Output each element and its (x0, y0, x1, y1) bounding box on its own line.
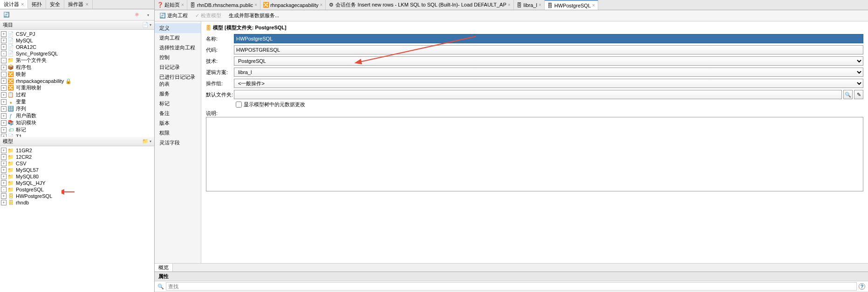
tree-node[interactable]: +ƒ用户函数 (0, 112, 154, 119)
sidenav-item[interactable]: 控制 (155, 53, 201, 62)
tree-toggle-icon[interactable]: + (1, 78, 7, 84)
tech-select[interactable]: PostgreSQL (234, 56, 863, 66)
close-icon[interactable]: × (592, 3, 595, 8)
tree-node[interactable]: +📁MySQL80 (0, 173, 154, 180)
tree-toggle-icon[interactable]: + (1, 180, 7, 186)
left-tab-拓扑[interactable]: 拓扑 (28, 0, 46, 9)
tree-node[interactable]: +🗄rhndb (0, 199, 154, 206)
tree-node[interactable]: +📋过程 (0, 91, 154, 98)
left-tab-操作器[interactable]: 操作器× (64, 0, 92, 9)
close-icon[interactable]: × (254, 2, 257, 7)
close-icon[interactable]: × (85, 1, 88, 7)
tree-node[interactable]: +🏷标记 (0, 126, 154, 133)
tree-toggle-icon[interactable]: + (1, 85, 7, 91)
dropdown-icon[interactable] (144, 11, 151, 19)
tree-toggle-icon[interactable]: + (1, 167, 7, 173)
tree-node[interactable]: +📁12CR2 (0, 154, 154, 160)
tree-node[interactable]: +🔢序列 (0, 105, 154, 112)
tree-node[interactable]: +📁CSV (0, 160, 154, 167)
group-select[interactable]: <一般操作> (234, 79, 863, 88)
left-tab-安全[interactable]: 安全 (46, 0, 64, 9)
tree-node[interactable]: +📦程序包 (0, 64, 154, 71)
reverse-engineer-button[interactable]: 🔄逆向工程 (157, 11, 191, 20)
help-icon[interactable]: ? (859, 283, 865, 290)
project-new-icon[interactable]: 📄 (143, 21, 150, 29)
sidenav-item[interactable]: 备注 (155, 109, 201, 118)
sidenav-item[interactable]: 日记记录 (155, 62, 201, 72)
project-section-header[interactable]: 项目 📄 (0, 20, 154, 30)
search-icon[interactable]: 🔍 (843, 90, 853, 99)
editor-tab[interactable]: 🗄rhnDB.rhnschema.public× (187, 0, 260, 10)
tree-node[interactable]: +📁MySQL_HJY (0, 180, 154, 186)
tree-node[interactable]: -📄Sync_PostgreSQL (0, 50, 154, 57)
tree-toggle-icon[interactable]: + (1, 148, 7, 153)
editor-tab[interactable]: ❓起始页× (155, 0, 187, 10)
tree-node[interactable]: +📚知识模块 (0, 119, 154, 126)
tree-toggle-icon[interactable]: + (1, 200, 7, 205)
tree-node[interactable]: +📁11GR2 (0, 147, 154, 154)
model-section-header[interactable]: 模型 📁 (0, 137, 154, 146)
editor-tab[interactable]: 🔀rhnpackagecapability× (260, 0, 326, 10)
schema-select[interactable]: libra_l (234, 68, 863, 77)
tree-toggle-icon[interactable]: + (1, 154, 7, 160)
tree-node[interactable]: +🔀可重用映射 (0, 84, 154, 91)
editor-tab[interactable]: 🗄libra_l× (514, 0, 545, 10)
left-tab-设计器[interactable]: 设计器× (0, 0, 28, 9)
editor-tab[interactable]: 🗄HWPostgreSQL× (545, 0, 598, 10)
sidenav-item[interactable]: 版本 (155, 118, 201, 128)
tree-toggle-icon[interactable]: + (1, 127, 7, 133)
properties-search-input[interactable] (166, 282, 857, 291)
tree-node[interactable]: +📄ORA12C (0, 44, 154, 50)
tree-toggle-icon[interactable]: + (1, 134, 7, 137)
tree-toggle-icon[interactable]: + (1, 44, 7, 50)
tree-node[interactable]: +📄T1 (0, 133, 154, 137)
connect-icon[interactable]: ⚛ (133, 11, 141, 18)
tree-toggle-icon[interactable]: + (1, 106, 7, 112)
tree-toggle-icon[interactable]: - (1, 187, 7, 192)
tree-node[interactable]: -🔀映射 (0, 71, 154, 78)
desc-textarea[interactable] (206, 117, 863, 191)
tree-node[interactable]: -📁PostgreSQL (0, 186, 154, 193)
tree-node[interactable]: +🗄HWPostgreSQL (0, 193, 154, 199)
sidenav-item[interactable]: 选择性逆向工程 (155, 43, 201, 53)
show-metadata-checkbox[interactable] (236, 102, 242, 108)
sidenav-item[interactable]: 服务 (155, 89, 201, 99)
tree-toggle-icon[interactable]: - (1, 72, 7, 77)
tree-node[interactable]: +📁MySQL57 (0, 167, 154, 173)
sidenav-item[interactable]: 标记 (155, 99, 201, 109)
tree-node[interactable]: +📄CSV_PJ (0, 31, 154, 37)
overview-tab[interactable]: 概览 (155, 264, 173, 272)
tree-toggle-icon[interactable]: - (1, 58, 7, 63)
tree-toggle-icon[interactable]: + (1, 113, 7, 119)
tree-node[interactable]: +⬥变量 (0, 98, 154, 105)
folder-input[interactable] (234, 90, 842, 99)
close-icon[interactable]: × (21, 1, 24, 7)
close-icon[interactable]: × (320, 2, 323, 7)
editor-tab[interactable]: ⚙会话任务 Insert new rows - LKM SQL to SQL (… (326, 0, 513, 10)
name-input[interactable] (234, 34, 863, 43)
tree-node[interactable]: +📄MySQL (0, 37, 154, 44)
tree-toggle-icon[interactable]: + (1, 31, 7, 37)
tree-toggle-icon[interactable]: + (1, 120, 7, 126)
tree-toggle-icon[interactable]: - (1, 51, 7, 56)
tree-toggle-icon[interactable]: + (1, 38, 7, 43)
tree-toggle-icon[interactable]: + (1, 174, 7, 179)
tree-toggle-icon[interactable]: + (1, 92, 7, 98)
tree-node[interactable]: +🔀rhnpackagecapability 🔒 (0, 78, 154, 84)
tree-toggle-icon[interactable]: + (1, 99, 7, 105)
tree-toggle-icon[interactable]: + (1, 161, 7, 166)
refresh-icon[interactable]: 🔄 (3, 11, 10, 19)
sidenav-item[interactable]: 已进行日记记录的表 (155, 72, 201, 89)
edit-icon[interactable]: ✎ (854, 90, 863, 99)
model-new-icon[interactable]: 📁 (143, 138, 150, 145)
tree-toggle-icon[interactable]: + (1, 193, 7, 199)
sidenav-item[interactable]: 定义 (155, 23, 201, 33)
sidenav-item[interactable]: 权限 (155, 128, 201, 138)
tree-toggle-icon[interactable]: + (1, 65, 7, 70)
sidenav-item[interactable]: 灵活字段 (155, 138, 201, 148)
code-input[interactable] (234, 45, 863, 54)
search-glass-icon[interactable]: 🔍 (157, 284, 164, 290)
close-icon[interactable]: × (539, 2, 541, 7)
close-icon[interactable]: × (508, 2, 511, 7)
tree-node[interactable]: -📁第一个文件夹 (0, 57, 154, 64)
